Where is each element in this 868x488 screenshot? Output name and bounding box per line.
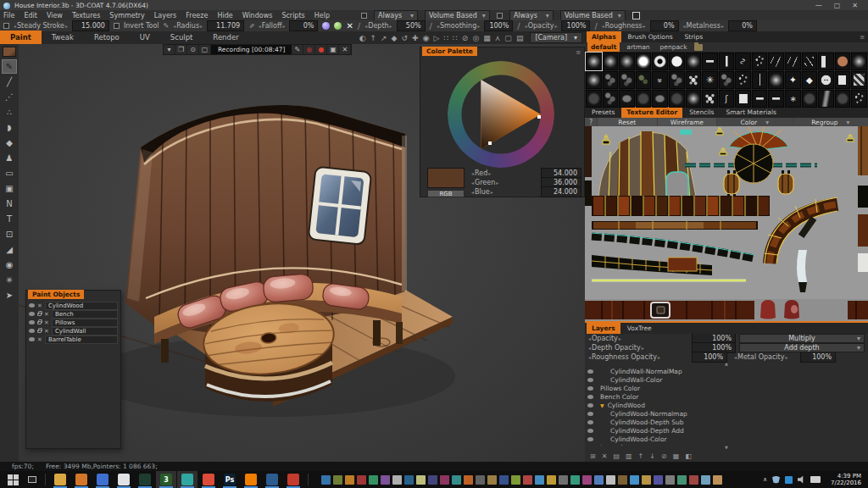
record-dim-icon[interactable]: ● (303, 45, 315, 54)
layer-blend-dropdown[interactable]: Multiply▾ (739, 334, 865, 343)
channel-green-label[interactable]: Green (471, 179, 541, 186)
taskbar-mini-icon-31[interactable] (689, 475, 698, 485)
layer-visibility-icon[interactable] (587, 420, 593, 424)
alpha-leaf[interactable] (785, 90, 801, 108)
alpha-noise[interactable] (603, 71, 619, 89)
layer-down-icon[interactable]: ↓ (649, 452, 655, 460)
rect-select-tool[interactable]: ⊡ (2, 227, 17, 241)
menu-file[interactable]: File (3, 12, 14, 19)
record-active-icon[interactable]: ● (315, 45, 327, 54)
menu-help[interactable]: Help (314, 12, 330, 19)
tab-tweak[interactable]: Tweak (42, 30, 84, 44)
taskbar-3d-app[interactable]: 3 (156, 471, 176, 488)
layer-bench-color[interactable]: Bench Color (587, 392, 865, 401)
taskbar-camera-app[interactable] (262, 471, 282, 488)
taskbar-mini-icon-7[interactable] (404, 475, 414, 485)
taskbar-document-app[interactable] (71, 471, 92, 488)
alpha-bright[interactable] (636, 53, 652, 70)
grid-icon[interactable]: ▦ (483, 34, 491, 42)
frame-view-icon[interactable]: ▢ (199, 45, 211, 54)
alpha-soft[interactable] (603, 53, 619, 70)
alpha-drip[interactable] (719, 90, 735, 108)
start-button[interactable] (3, 472, 22, 487)
taskbar-mini-icon-15[interactable] (499, 475, 509, 485)
eraser-tool[interactable]: ◢ (2, 242, 17, 257)
taskbar-mini-icon-30[interactable] (677, 475, 687, 485)
color-dropdown[interactable]: Color▾ (717, 118, 792, 126)
alpha-chev[interactable] (652, 71, 668, 89)
tab-retopo[interactable]: Retopo (84, 30, 130, 44)
texture-thumbnails[interactable] (585, 299, 868, 321)
wireframe-button[interactable]: Wireframe (658, 118, 717, 126)
alpha-soft[interactable] (619, 53, 635, 70)
opacity-value[interactable]: 100% (561, 20, 590, 31)
lock-icon[interactable] (37, 313, 42, 316)
copy-view-icon[interactable]: ❐ (175, 45, 187, 54)
metalness-label[interactable]: Metalness (683, 22, 724, 30)
taskbar-teal-app[interactable] (177, 471, 198, 488)
brush-tool[interactable]: ✎ (2, 59, 17, 74)
roughness-opacity-label[interactable]: Roughness Opacity (588, 353, 688, 361)
taskbar-mini-icon-27[interactable] (642, 475, 651, 485)
alpha-dash[interactable] (768, 90, 784, 108)
smudge-tool[interactable]: ◗ (2, 120, 17, 135)
smoothing-label[interactable]: Smoothing (437, 22, 480, 30)
rgb-mode-button[interactable]: RGB (427, 190, 465, 197)
tab-sculpt[interactable]: Sculpt (160, 30, 203, 44)
camera-selector[interactable]: [Camera] ▾ (530, 32, 582, 43)
alpha-soft[interactable] (768, 71, 784, 89)
snapshot-icon[interactable]: ▣ (327, 45, 339, 54)
volume-based-dropdown-0[interactable]: Volume Based▾ (425, 10, 490, 21)
menu-edit[interactable]: Edit (24, 12, 37, 19)
minimize-button[interactable]: — (815, 2, 822, 9)
alpha-specks[interactable] (735, 71, 751, 89)
alpha-noise[interactable] (669, 71, 685, 89)
alpha-splat[interactable] (686, 71, 702, 89)
fill-tool[interactable]: ◆ (2, 136, 17, 150)
lock-icon[interactable] (37, 330, 42, 333)
paint-object-cylindwood[interactable]: ✕CylindWood (29, 302, 118, 309)
taskbar-mini-icon-22[interactable] (582, 475, 592, 485)
pressure-smoothing-icon[interactable] (430, 21, 432, 30)
layer-pillows-color[interactable]: Pillows Color (587, 384, 865, 392)
taskbar-vlc[interactable]: ▲ (241, 471, 261, 488)
menu-checkbox-end[interactable] (632, 12, 640, 19)
visibility-eye-icon[interactable] (29, 337, 35, 341)
volume-based-dropdown-1[interactable]: Volume Based▾ (560, 10, 626, 21)
target-icon[interactable]: ◉ (423, 34, 430, 42)
menu-view[interactable]: View (47, 12, 63, 19)
taskbar-red-app[interactable] (283, 471, 303, 488)
menu-scripts[interactable]: Scripts (281, 12, 304, 19)
tab-alphas[interactable]: Alphas (587, 31, 621, 42)
layer-up-icon[interactable]: ↑ (638, 452, 644, 460)
alpha-moss[interactable] (636, 71, 652, 89)
ring-icon[interactable]: ◎ (472, 34, 479, 42)
alpha-vbar[interactable] (719, 53, 735, 70)
layer-visibility-icon[interactable] (587, 386, 593, 391)
layer-visibility-icon[interactable] (587, 369, 593, 374)
taskbar-mini-icon-12[interactable] (464, 475, 473, 485)
clone-tool[interactable]: ▣ (2, 181, 17, 196)
alpha-squig[interactable] (735, 53, 751, 70)
alpha-soft[interactable] (686, 53, 702, 70)
menu-layers[interactable]: Layers (154, 12, 176, 19)
tab-brush-options[interactable]: Brush Options (623, 31, 678, 42)
dropdown-icon[interactable]: ▾ (164, 45, 175, 54)
play-icon[interactable]: ▷ (433, 34, 439, 42)
tab-render[interactable]: Render (203, 30, 248, 44)
paint-object-pillows[interactable]: ✕Pillows (29, 319, 118, 326)
exclude-icon[interactable]: ✕ (44, 319, 49, 326)
pressure-roughness-icon[interactable] (594, 21, 597, 30)
exclude-icon[interactable]: ✕ (44, 328, 49, 335)
pose-icon[interactable]: ⋏ (495, 34, 501, 42)
taskbar-mini-icon-14[interactable] (487, 475, 497, 485)
delete-layer-icon[interactable]: ✕ (602, 452, 608, 460)
taskbar-mini-icon-32[interactable] (701, 475, 710, 485)
taskbar-mini-icon-4[interactable] (369, 475, 378, 485)
taskbar-blue-app[interactable] (92, 471, 113, 488)
help-button[interactable]: ? (585, 118, 597, 126)
alpha-folder-artman[interactable]: artman (623, 42, 653, 52)
taskbar-mini-icon-1[interactable] (333, 475, 342, 485)
paint-object-cylindwall[interactable]: ✕CylindWall (29, 327, 118, 335)
scale-icon[interactable]: ↗ (381, 34, 387, 42)
